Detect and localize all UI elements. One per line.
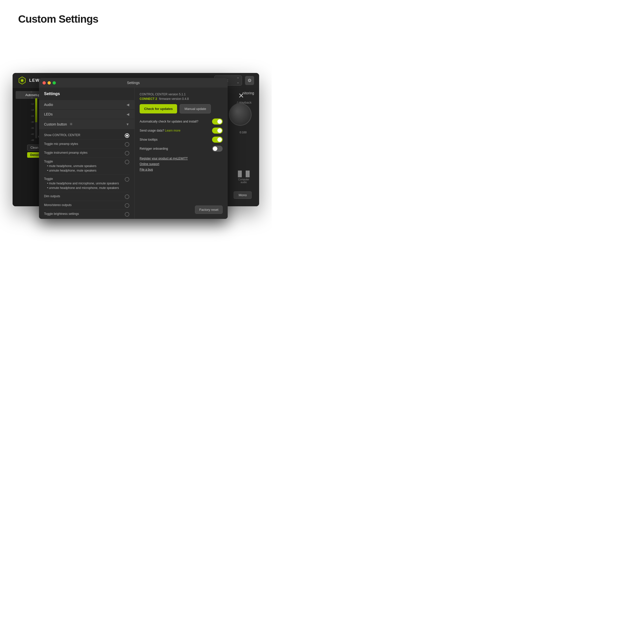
radio-circle-mono-stereo[interactable]	[125, 203, 129, 208]
modal-titlebar: Settings	[39, 78, 228, 88]
check-for-updates-button[interactable]: Check for updates	[140, 104, 177, 113]
tooltips-label: Show tooltips	[140, 138, 157, 141]
settings-gear-button[interactable]: ⚙	[245, 76, 254, 85]
spinner-icon: ✳	[69, 122, 73, 127]
radio-circle-mute-hp-spk[interactable]	[125, 160, 129, 164]
radio-option-instrument-preamp[interactable]: Toggle instrument preamp styles	[44, 149, 129, 157]
computer-audio-icon: ▐▌▐▌	[236, 171, 252, 177]
radio-circle-mic-preamp[interactable]	[125, 142, 129, 147]
radio-label-instrument-preamp: Toggle instrument preamp styles	[44, 150, 88, 155]
radio-circle-dim[interactable]	[125, 194, 129, 199]
settings-heading: Settings	[39, 92, 134, 100]
online-support-link[interactable]: Online support	[140, 162, 223, 166]
modal-right-panel: CONTROL CENTER version 5.1.1 CONNECT 2 f…	[135, 88, 228, 219]
radio-label-dim: Dim outputs	[44, 194, 60, 198]
audio-label: Audio	[44, 103, 53, 107]
custom-button-label: Custom button	[44, 122, 67, 126]
radio-label-brightness: Toggle brightness settings	[44, 212, 79, 216]
radio-option-mic-preamp[interactable]: Toggle mic preamp styles	[44, 140, 129, 149]
mono-button[interactable]: Mono	[234, 191, 252, 199]
radio-label-mute-hp-mic-spk: Togglemute headphone and microphone, unm…	[44, 177, 119, 190]
computer-audio-area: ▐▌▐▌ Computeraudio	[236, 171, 252, 184]
radio-options-list: Show CONTROL CENTER Toggle mic preamp st…	[39, 131, 134, 218]
leds-arrow-icon: ◀	[127, 112, 129, 116]
monitoring-label: nitoring	[243, 91, 254, 95]
control-center-version: CONTROL CENTER version 5.1.1	[140, 93, 223, 96]
toggle-rows: Automatically check for updates and inst…	[140, 118, 223, 152]
onboarding-toggle[interactable]	[212, 146, 223, 152]
custom-button-item[interactable]: Custom button ✳ ▼	[39, 119, 134, 129]
onboarding-label: Retrigger onboarding	[140, 147, 168, 150]
fader-scale: 0 -6 -12 -18 -24 -30 -36 -42 -48 -54	[31, 91, 34, 147]
firmware-info: CONNECT 2 firmware version 0.4.8	[140, 97, 223, 101]
radio-circle-show-cc[interactable]	[125, 133, 129, 138]
computer-audio-label: Computeraudio	[236, 178, 252, 184]
toggle-onboarding: Retrigger onboarding	[140, 146, 223, 152]
radio-option-show-control-center[interactable]: Show CONTROL CENTER	[44, 131, 129, 140]
radio-option-mute-headphone-speakers[interactable]: Togglemute headphone, unmute speakersunm…	[44, 157, 129, 175]
settings-audio-item[interactable]: Audio ◀	[39, 100, 134, 109]
radio-option-mute-hp-mic-speakers[interactable]: Togglemute headphone and microphone, unm…	[44, 175, 129, 192]
radio-option-mono-stereo[interactable]: Mono/stereo outputs	[44, 201, 129, 210]
lewitt-logo-icon	[18, 76, 27, 85]
radio-label-show-cc: Show CONTROL CENTER	[44, 133, 80, 137]
version-info: CONTROL CENTER version 5.1.1 CONNECT 2 f…	[140, 93, 223, 101]
radio-label-mono-stereo: Mono/stereo outputs	[44, 203, 71, 207]
factory-reset-button[interactable]: Factory reset	[195, 206, 223, 214]
level-percentage: 0:100	[239, 131, 247, 134]
usage-data-toggle[interactable]	[212, 128, 223, 134]
toggle-tooltips: Show tooltips	[140, 137, 223, 143]
auto-updates-label: Automatically check for updates and inst…	[140, 120, 198, 123]
register-product-link[interactable]: Register your product at myLEWITT	[140, 157, 223, 160]
auto-updates-toggle[interactable]	[212, 118, 223, 125]
custom-button-left: Custom button ✳	[44, 122, 73, 127]
settings-leds-item[interactable]: LEDs ◀	[39, 110, 134, 119]
firmware-device: CONNECT 2	[140, 97, 157, 101]
toggle-auto-updates: Automatically check for updates and inst…	[140, 118, 223, 125]
radio-label-mic-preamp: Toggle mic preamp styles	[44, 142, 78, 146]
update-buttons: Check for updates Manual update	[140, 104, 223, 113]
modal-left-panel: Settings Audio ◀ LEDs ◀ Custom button ✳ …	[39, 88, 135, 219]
window-controls	[43, 81, 56, 85]
modal-content: Settings Audio ◀ LEDs ◀ Custom button ✳ …	[39, 88, 228, 219]
firmware-version: firmware version 0.4.8	[159, 97, 189, 101]
radio-circle-mute-hp-mic-spk[interactable]	[125, 177, 129, 182]
usage-data-label: Send usage data? Learn more	[140, 129, 180, 132]
modal-title: Settings	[127, 81, 140, 85]
radio-label-mute-hp-spk: Togglemute headphone, unmute speakersunm…	[44, 159, 96, 173]
chevron-icon: ⌃⌄	[237, 77, 239, 84]
page-title: Custom Settings	[18, 13, 98, 25]
custom-arrow-icon: ▼	[126, 122, 129, 126]
audio-arrow-icon: ◀	[127, 103, 129, 107]
settings-modal: Settings Settings Audio ◀ LEDs ◀ Custom …	[39, 78, 228, 219]
radio-circle-instrument-preamp[interactable]	[125, 151, 129, 155]
links-section: Register your product at myLEWITT Online…	[140, 157, 223, 171]
manual-update-button[interactable]: Manual update	[180, 104, 211, 113]
crossfader-icon: ✕	[238, 92, 244, 100]
gear-icon: ⚙	[248, 78, 252, 83]
radio-circle-brightness[interactable]	[125, 212, 129, 217]
tooltips-toggle[interactable]	[212, 137, 223, 143]
learn-more-link[interactable]: Learn more	[165, 129, 180, 132]
radio-option-brightness[interactable]: Toggle brightness settings	[44, 210, 129, 218]
file-bug-link[interactable]: File a bug	[140, 168, 223, 171]
leds-label: LEDs	[44, 112, 53, 116]
toggle-usage-data: Send usage data? Learn more	[140, 128, 223, 134]
fader-bar	[35, 98, 37, 138]
minimize-window-button[interactable]	[48, 81, 51, 85]
radio-option-dim-outputs[interactable]: Dim outputs	[44, 192, 129, 201]
close-window-button[interactable]	[43, 81, 46, 85]
volume-knob[interactable]	[229, 103, 252, 126]
maximize-window-button[interactable]	[53, 81, 56, 85]
